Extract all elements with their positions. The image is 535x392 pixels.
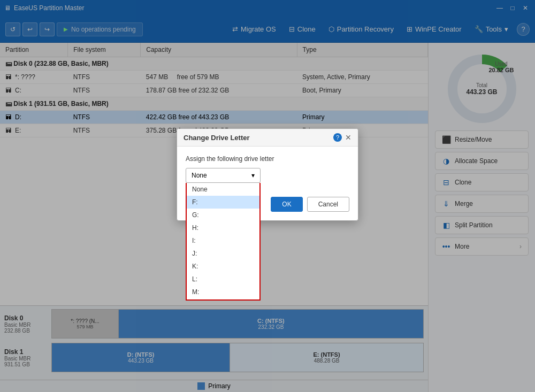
modal-close-button[interactable]: ✕ <box>345 133 351 142</box>
dropdown-chevron-icon: ▾ <box>251 172 255 179</box>
dropdown-item-m[interactable]: M: <box>187 286 259 298</box>
cancel-button[interactable]: Cancel <box>307 197 349 212</box>
modal-description: Assign the following drive letter <box>186 155 349 163</box>
modal-title-bar: Change Drive Letter ? ✕ <box>177 129 358 147</box>
dropdown-value: None <box>192 172 207 179</box>
dropdown-item-n[interactable]: N: <box>187 298 259 301</box>
dropdown-container: None ▾ None F: G: H: I: J: K: L: M: N: <box>186 168 349 183</box>
dropdown-item-l[interactable]: L: <box>187 273 259 286</box>
dropdown-item-g[interactable]: G: <box>187 209 259 221</box>
change-drive-letter-dialog: Change Drive Letter ? ✕ Assign the follo… <box>177 128 358 221</box>
modal-body: Assign the following drive letter None ▾… <box>177 147 358 191</box>
dropdown-item-h[interactable]: H: <box>187 221 259 234</box>
dropdown-item-k[interactable]: K: <box>187 260 259 273</box>
drive-letter-dropdown-list[interactable]: None F: G: H: I: J: K: L: M: N: <box>186 183 261 301</box>
drive-letter-select[interactable]: None ▾ <box>186 168 261 183</box>
ok-button[interactable]: OK <box>271 197 302 212</box>
modal-title-icons: ? ✕ <box>333 133 351 142</box>
dropdown-item-j[interactable]: J: <box>187 247 259 260</box>
modal-title: Change Drive Letter <box>184 134 250 142</box>
modal-help-button[interactable]: ? <box>333 133 342 142</box>
dropdown-item-f[interactable]: F: <box>187 196 259 209</box>
modal-overlay: Change Drive Letter ? ✕ Assign the follo… <box>0 0 535 392</box>
dropdown-item-i[interactable]: I: <box>187 234 259 247</box>
dropdown-item-none[interactable]: None <box>187 183 259 196</box>
